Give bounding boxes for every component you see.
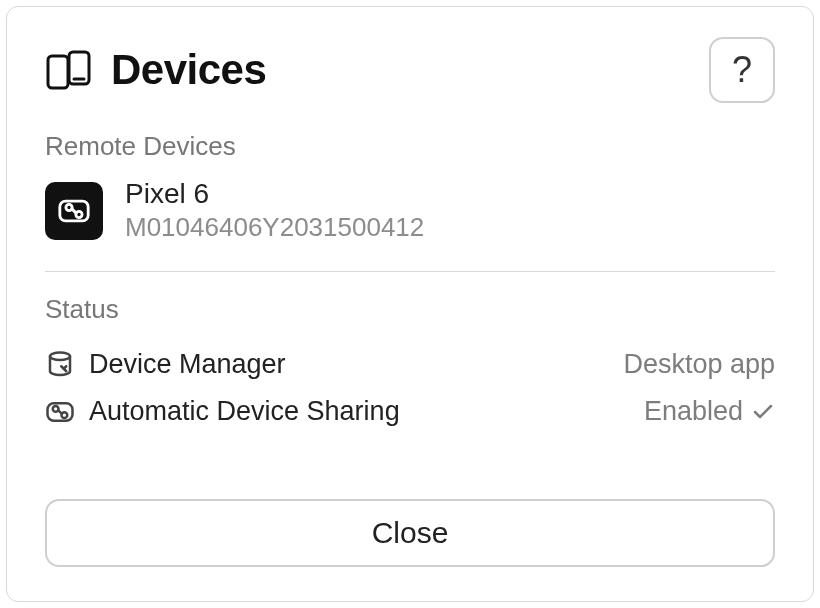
panel-title: Devices [111,46,266,94]
divider [45,271,775,272]
device-row[interactable]: Pixel 6 M01046406Y2031500412 [45,178,775,243]
device-name: Pixel 6 [125,178,424,210]
close-button[interactable]: Close [45,499,775,567]
status-value: Desktop app [623,349,775,380]
title-group: Devices [45,46,266,94]
svg-point-6 [50,352,70,360]
device-info: Pixel 6 M01046406Y2031500412 [125,178,424,243]
usb-share-icon [45,182,103,240]
devices-icon [45,50,93,90]
status-label: Status [45,294,775,325]
status-row-auto-sharing: Automatic Device Sharing Enabled [45,388,775,435]
device-manager-icon [45,350,75,380]
status-name: Device Manager [89,349,286,380]
remote-devices-label: Remote Devices [45,131,775,162]
svg-rect-0 [48,56,68,88]
panel-header: Devices ? [45,37,775,103]
status-list: Device Manager Desktop app Automatic Dev… [45,341,775,435]
help-button[interactable]: ? [709,37,775,103]
auto-sharing-icon [45,397,75,427]
status-value: Enabled [644,396,743,427]
device-serial: M01046406Y2031500412 [125,212,424,243]
status-name: Automatic Device Sharing [89,396,400,427]
devices-panel: Devices ? Remote Devices Pixel 6 M010464… [6,6,814,602]
status-row-device-manager: Device Manager Desktop app [45,341,775,388]
check-icon [751,400,775,424]
